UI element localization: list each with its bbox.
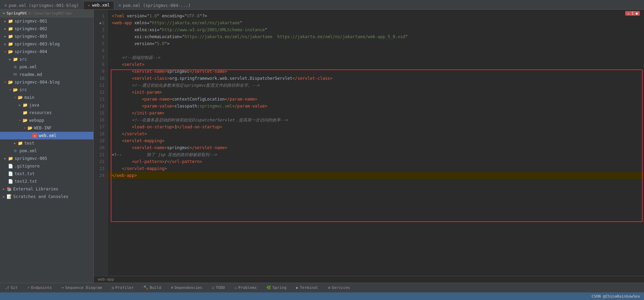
bottom-label: Profiler xyxy=(115,285,134,290)
bottom-spring[interactable]: 🌿 Spring xyxy=(264,285,288,291)
bottom-endpoints[interactable]: ⚡ Endpoints xyxy=(25,285,54,291)
sidebar-item-springmvc-005[interactable]: ▶ 📁 springmvc-005 xyxy=(0,155,93,162)
pom-file-icon2: m xyxy=(12,148,18,153)
code-line-1: <?xml version="1.0" encoding="UTF-8"?> xyxy=(108,12,644,19)
bottom-terminal[interactable]: ▶ Terminal xyxy=(294,285,320,291)
sidebar-item-springmvc-001[interactable]: ▶ 📁 springmvc-001 xyxy=(0,17,93,25)
code-line-19: <servlet-mapping> xyxy=(108,137,644,144)
sidebar-item-springmvc-004[interactable]: ▾ 📂 springmvc-004 xyxy=(0,48,93,55)
bottom-git[interactable]: ⎇ Git xyxy=(3,285,20,291)
problems-icon: ⚠ xyxy=(235,285,237,290)
sidebar-item-java[interactable]: ▶ 📁 java xyxy=(0,101,93,109)
sidebar-header: ▾ SpringMVC E:\Java\SpringMVC\Spr xyxy=(0,10,93,17)
sidebar-item-src-004[interactable]: ▶ 📁 src xyxy=(0,55,93,63)
bottom-sequence[interactable]: ⟶ Sequence Diagram xyxy=(59,285,104,291)
folder-icon: 📂 xyxy=(8,49,13,54)
sidebar-label: springmvc-001 xyxy=(15,19,47,24)
expand-icon: ▾ xyxy=(22,126,27,130)
sidebar-label: test2.txt xyxy=(15,179,37,184)
todo-icon: ☑ xyxy=(212,285,215,290)
bottom-toolbar: ⎇ Git ⚡ Endpoints ⟶ Sequence Diagram ◎ P… xyxy=(0,283,644,292)
build-icon: 🔨 xyxy=(143,285,148,290)
expand-icon: ▶ xyxy=(1,187,6,191)
sidebar-item-resources[interactable]: ▶ 📁 resources xyxy=(0,109,93,117)
bottom-dependencies[interactable]: ⎊ Dependencies xyxy=(169,285,204,291)
expand-icon: ▾ xyxy=(3,80,8,85)
bottom-problems[interactable]: ⚠ Problems xyxy=(233,285,259,291)
folder-icon: 📂 xyxy=(12,87,18,92)
git-icon: ⎇ xyxy=(5,285,9,290)
sidebar-item-gitignore[interactable]: ▶ 📄 .gitignore xyxy=(0,162,93,170)
file-icon: 📄 xyxy=(8,171,13,176)
sidebar-label: web.xml xyxy=(39,133,57,138)
code-line-11: <!--通过初始化参数来指定springmvc配置文件的路径和名字。--> xyxy=(108,82,644,89)
bottom-label: Sequence Diagram xyxy=(65,285,102,290)
tab-label: pom.xml (springmvc-004-...) xyxy=(123,3,191,8)
expand-icon: ▶ xyxy=(17,103,22,108)
code-line-7: <!--前端控制器--> xyxy=(108,54,644,61)
sidebar-item-springmvc-003[interactable]: ▶ 📁 springmvc-003 xyxy=(0,33,93,40)
tab-pom-001[interactable]: m pom.xml (springmvc-001-blog) xyxy=(0,1,83,9)
bottom-todo[interactable]: ☑ TODO xyxy=(210,285,227,291)
sidebar-item-pom-004[interactable]: ▶ m pom.xml xyxy=(0,63,93,71)
sidebar-item-springmvc-002[interactable]: ▶ 📁 springmvc-002 xyxy=(0,25,93,33)
code-line-23: </servlet-mapping> xyxy=(108,165,644,172)
md-file-icon: MD xyxy=(12,72,18,77)
editor-area[interactable]: 1 ◉2 3 4 5 6 7 8 9 10 11 12 13 14 15 16 … xyxy=(94,10,644,276)
error-icon: ⚠ xyxy=(627,11,632,15)
code-line-22: <url-pattern>/</url-pattern> xyxy=(108,158,644,165)
sidebar-item-webinf[interactable]: ▾ 📂 WEB-INF xyxy=(0,124,93,132)
sidebar-label: src xyxy=(19,57,27,62)
folder-icon: 📁 xyxy=(22,103,28,108)
sidebar-root-path: E:\Java\SpringMVC\Spr xyxy=(28,11,72,15)
tab-web-xml[interactable]: ✕ web.xml xyxy=(83,1,114,9)
sidebar-item-ext-libraries[interactable]: ▶ 📚 External Libraries xyxy=(0,185,93,193)
bottom-label: Dependencies xyxy=(175,285,202,290)
error-indicator[interactable]: ⚠ 1 ● xyxy=(625,11,640,16)
error-count: 1 xyxy=(632,11,634,15)
pom-icon: m xyxy=(5,3,7,7)
sidebar-item-webapp[interactable]: ▾ 📂 webapp xyxy=(0,117,93,124)
sidebar-label: springmvc-004 xyxy=(15,49,47,54)
code-line-10: <servlet-class>org.springframework.web.s… xyxy=(108,75,644,82)
sequence-icon: ⟶ xyxy=(61,285,64,290)
sidebar-item-springmvc-004-blog[interactable]: ▾ 📂 springmvc-004-blog xyxy=(0,78,93,86)
sidebar-item-test-txt[interactable]: ▶ 📄 test.txt xyxy=(0,170,93,178)
sidebar-item-pom-blog[interactable]: ▶ m pom.xml xyxy=(0,147,93,155)
bottom-label: TODO xyxy=(216,285,225,290)
tab-pom-004[interactable]: m pom.xml (springmvc-004-...) xyxy=(114,1,195,9)
endpoints-icon: ⚡ xyxy=(27,285,30,290)
breadcrumb: web-app xyxy=(94,276,644,283)
bottom-profiler[interactable]: ◎ Profiler xyxy=(110,285,136,291)
sidebar-item-test2-txt[interactable]: ▶ 📄 test2.txt xyxy=(0,178,93,185)
bottom-build[interactable]: 🔨 Build xyxy=(141,285,163,291)
file-icon: 📄 xyxy=(8,164,13,169)
code-line-8: <servlet> xyxy=(108,61,644,68)
folder-icon: 📁 xyxy=(8,156,13,161)
file-icon: 📄 xyxy=(8,179,13,184)
code-content: <?xml version="1.0" encoding="UTF-8"?> <… xyxy=(108,10,644,276)
sidebar-item-test[interactable]: ▶ 📁 test xyxy=(0,139,93,147)
sidebar-item-scratches[interactable]: ▶ 📝 Scratches and Consoles xyxy=(0,193,93,200)
code-line-3: xmlns:xsi="http://www.w3.org/2001/XMLSch… xyxy=(108,26,644,33)
main-container: ▾ SpringMVC E:\Java\SpringMVC\Spr ▶ 📁 sp… xyxy=(0,10,644,283)
sidebar-item-readme[interactable]: ▶ MD readme.md xyxy=(0,71,93,78)
tab-label: web.xml xyxy=(92,3,110,8)
sidebar-label: springmvc-003-blog xyxy=(15,42,60,46)
sidebar-item-src-blog[interactable]: ▾ 📂 src xyxy=(0,86,93,94)
folder-icon: 📁 xyxy=(8,34,13,39)
lib-icon: 📚 xyxy=(6,187,12,191)
code-line-16: <!--在服务器启动的时候初始化DispatcherServlet，提高第一次访… xyxy=(108,117,644,123)
code-line-17: <load-on-startup>1</load-on-startup> xyxy=(108,123,644,130)
sidebar-item-springmvc-003-blog[interactable]: ▶ 📁 springmvc-003-blog xyxy=(0,40,93,48)
sidebar-item-web-xml[interactable]: ▶ ✕ web.xml xyxy=(0,132,93,139)
xml-file-icon: ✕ xyxy=(32,133,37,138)
sidebar-label: pom.xml xyxy=(19,148,37,153)
expand-icon: ▾ xyxy=(12,95,17,100)
expand-icon: ▶ xyxy=(3,156,8,161)
bottom-services[interactable]: ⚙ Services xyxy=(326,285,352,291)
sidebar-item-main[interactable]: ▾ 📂 main xyxy=(0,94,93,101)
xml-icon: ✕ xyxy=(88,3,90,7)
scratches-icon: 📝 xyxy=(6,194,12,199)
watermark-text: CSDN @ChinaRainbowSea xyxy=(592,294,640,299)
